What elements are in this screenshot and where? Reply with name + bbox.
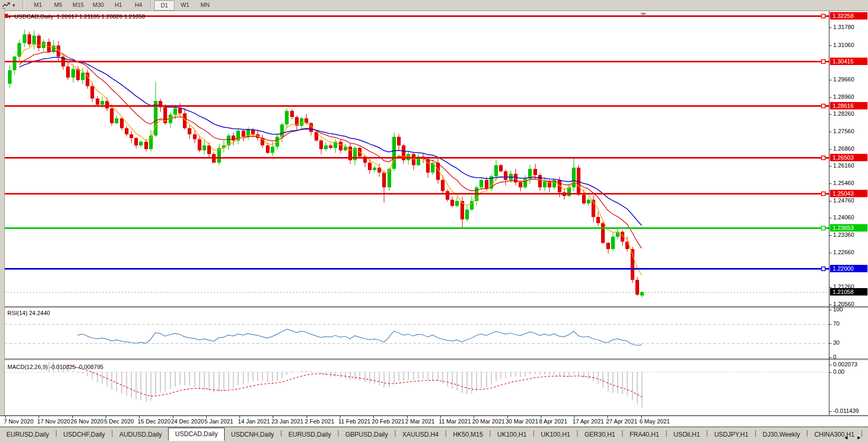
- symbol-period-label: USDCAD,Daily: [14, 13, 53, 20]
- price-tick-label: 1.24060: [833, 214, 854, 220]
- main-chart-canvas[interactable]: [4, 11, 829, 306]
- price-tick-label: 1.26860: [833, 145, 854, 152]
- timeframe-toolbar: ▼ M1M5M15M30H1H4D1W1MN: [0, 0, 868, 11]
- date-label: 30 Mar 2021: [506, 418, 539, 424]
- rsi-tick-mark: [829, 310, 832, 310]
- timeframe-button-d1[interactable]: D1: [154, 1, 174, 11]
- price-tick-label: 1.28960: [833, 94, 854, 100]
- macd-label: MACD(12,26,9) -0.010825 -0.008795: [7, 364, 104, 370]
- price-tick-label: 1.31060: [833, 42, 854, 48]
- macd-tick-label: 0.00: [833, 368, 844, 375]
- level-price-label: 1.26503: [830, 154, 867, 161]
- date-label: 11 Feb 2021: [338, 418, 371, 424]
- panel-separator[interactable]: [0, 358, 868, 360]
- window-left-border: [0, 11, 5, 443]
- timeframe-button-m1[interactable]: M1: [29, 1, 48, 10]
- price-tick-mark: [829, 45, 832, 46]
- chart-tab-usoil-h1[interactable]: USOil,H1: [667, 429, 706, 440]
- level-price-label: 1.30415: [830, 58, 867, 65]
- chart-tab-usdchf-daily[interactable]: USDCHF,Daily: [57, 429, 112, 440]
- timeframe-button-mn[interactable]: MN: [196, 1, 215, 10]
- macd-tick-label: 0.002073: [833, 361, 857, 367]
- rsi-indicator-panel[interactable]: [4, 308, 868, 358]
- macd-tick-label: -0.011439: [833, 408, 859, 414]
- price-tick-mark: [829, 97, 832, 98]
- date-axis[interactable]: 7 Nov 202017 Nov 202026 Nov 20205 Dec 20…: [0, 416, 868, 427]
- date-label: 7 Nov 2020: [4, 418, 33, 424]
- panel-separator[interactable]: [0, 306, 868, 308]
- timeframe-button-h1[interactable]: H1: [109, 1, 128, 10]
- chart-tab-usdjpy-h1[interactable]: USDJPY,H1: [708, 429, 754, 440]
- chart-tab-hk50-m15[interactable]: HK50,M15: [447, 429, 490, 440]
- chart-tab-fra40-h1[interactable]: FRA40,H1: [623, 429, 666, 440]
- date-label: 2 Mar 2021: [405, 418, 435, 424]
- price-tick-label: 1.25460: [833, 180, 854, 186]
- macd-tick-mark: [829, 411, 832, 412]
- date-label: 23 Jan 2021: [271, 418, 303, 424]
- macd-indicator-panel[interactable]: [4, 360, 868, 415]
- timeframe-button-m30[interactable]: M30: [89, 1, 108, 10]
- timeframe-buttons: M1M5M15M30H1H4D1W1MN: [28, 1, 215, 11]
- timeframe-button-m15[interactable]: M15: [69, 1, 88, 10]
- price-tick-mark: [829, 27, 832, 28]
- chart-tab-usdcad-daily[interactable]: USDCAD,Daily: [168, 428, 225, 441]
- price-tick-mark: [829, 218, 832, 218]
- chart-tab-xauusd-h4[interactable]: XAUUSD,H4: [396, 429, 445, 440]
- macd-canvas[interactable]: [4, 360, 829, 415]
- price-tick-mark: [829, 114, 832, 115]
- rsi-tick-label: 0: [833, 354, 836, 360]
- date-label: 14 Jan 2021: [238, 418, 270, 424]
- rsi-tick-mark: [829, 357, 832, 358]
- level-price-label: 1.32258: [830, 12, 867, 20]
- rsi-tick-label: 70: [833, 320, 839, 327]
- price-chart-panel[interactable]: [4, 11, 868, 306]
- rsi-tick-label: 100: [833, 306, 843, 312]
- price-tick-mark: [829, 304, 832, 305]
- chart-collapse-icon[interactable]: ▼: [7, 15, 12, 20]
- ohlc-values: 1.20917 1.21105 1.20826 1.21058: [57, 13, 145, 20]
- window-bottom-border: [0, 440, 868, 443]
- price-tick-label: 1.29660: [833, 76, 854, 82]
- date-label: 15 Dec 2020: [137, 418, 170, 424]
- date-label: 26 Nov 2020: [71, 418, 104, 424]
- chart-tab-ger30-h1[interactable]: GER30,H1: [578, 429, 622, 440]
- toolbar-gripper[interactable]: [22, 2, 25, 9]
- rsi-canvas[interactable]: [4, 308, 829, 358]
- price-tick-label: 1.31780: [833, 24, 854, 30]
- date-label: 20 Mar 2021: [472, 418, 505, 424]
- price-axis-line: [829, 11, 829, 415]
- chart-tab-usdcnh-daily[interactable]: USDCNH,Daily: [225, 429, 280, 440]
- timeframe-button-w1[interactable]: W1: [176, 1, 195, 10]
- date-label: 24 Dec 2020: [171, 418, 204, 424]
- level-price-label: 1.22000: [830, 265, 867, 272]
- date-label: 17 Nov 2020: [37, 418, 70, 424]
- chart-mode-icon[interactable]: [2, 2, 11, 9]
- price-tick-label: 1.24760: [833, 197, 854, 204]
- date-label: 17 Apr 2021: [572, 418, 604, 424]
- price-tick-mark: [829, 235, 832, 236]
- chart-tab-eurusd-daily[interactable]: EURUSD,Daily: [282, 429, 337, 440]
- timeframe-button-h4[interactable]: H4: [129, 1, 148, 10]
- chart-tab-dj30-weekly[interactable]: DJ30,Weekly: [756, 429, 806, 440]
- date-label: 20 Feb 2021: [372, 418, 404, 424]
- rsi-label: RSI(14) 24.2440: [7, 310, 50, 316]
- chart-tab-eurusd-daily[interactable]: EURUSD,Daily: [0, 429, 56, 440]
- price-tick-mark: [829, 132, 832, 132]
- timeframe-button-m5[interactable]: M5: [49, 1, 68, 10]
- chart-tab-audusd-daily[interactable]: AUDUSD,Daily: [113, 429, 169, 440]
- chart-mode-dropdown-icon[interactable]: ▼: [12, 3, 16, 8]
- date-label: 2 Feb 2021: [305, 418, 335, 424]
- macd-tick-mark: [829, 372, 832, 373]
- price-tick-label: 1.23360: [833, 232, 854, 238]
- price-tick-mark: [829, 166, 832, 167]
- level-price-label: 1.25043: [830, 190, 867, 197]
- chart-tabs-bar: EURUSD,Daily|USDCHF,Daily|AUDUSD,DailyUS…: [0, 427, 868, 440]
- price-tick-mark: [829, 287, 832, 288]
- chart-tab-gbpusd-daily[interactable]: GBPUSD,Daily: [339, 429, 394, 440]
- price-tick-label: 1.28260: [833, 110, 854, 117]
- rsi-tick-label: 30: [833, 339, 839, 346]
- level-price-label: 1.28616: [830, 102, 867, 109]
- chart-title: ▼USDCAD,Daily 1.20917 1.21105 1.20826 1.…: [7, 13, 145, 20]
- chart-tab-uk100-h1[interactable]: UK100,H1: [491, 429, 533, 440]
- chart-tab-uk100-h1[interactable]: UK100,H1: [534, 429, 576, 440]
